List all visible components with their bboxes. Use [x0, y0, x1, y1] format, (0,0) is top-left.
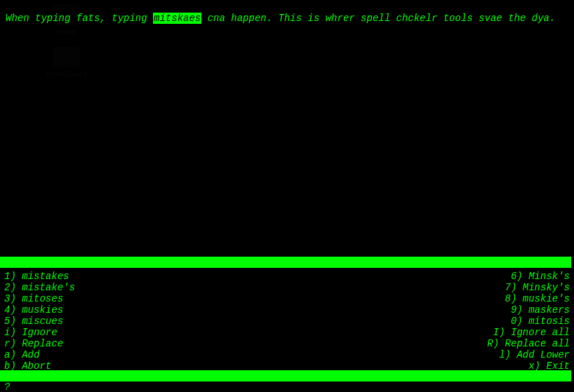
suggestion-option[interactable]: 6) Minsk's — [511, 271, 570, 282]
command-option-replace-all[interactable]: R) Replace all — [487, 338, 570, 349]
desktop-icon-label: Home — [42, 28, 91, 36]
text-pre: When typing fats, typing — [6, 13, 153, 24]
suggestion-option[interactable]: 3) mitoses — [4, 293, 63, 304]
suggestion-option[interactable]: 8) muskie's — [505, 293, 570, 304]
suggestion-option[interactable]: 9) maskers — [511, 304, 570, 316]
desktop-icon-label: Downloads — [42, 70, 91, 79]
options-panel: 1) mistakes 6) Minsk's 2) mistake's 7) M… — [4, 271, 570, 372]
command-option-ignore-all[interactable]: I) Ignore all — [493, 327, 570, 338]
suggestion-option[interactable]: 1) mistakes — [4, 271, 69, 282]
spellcheck-text-line: When typing fats, typing mitskaes cna ha… — [6, 13, 555, 24]
separator-bar — [0, 257, 571, 268]
separator-bar — [0, 370, 571, 381]
suggestion-option[interactable]: 0) mitosis — [511, 316, 570, 327]
suggestion-option[interactable]: 7) Minsky's — [505, 282, 570, 293]
command-option-replace[interactable]: r) Replace — [4, 338, 63, 349]
command-option-add[interactable]: a) Add — [4, 349, 39, 360]
folder-icon — [53, 46, 80, 67]
input-prompt[interactable]: ? — [4, 381, 10, 392]
command-option-add-lower[interactable]: l) Add Lower — [499, 349, 570, 360]
suggestion-option[interactable]: 4) muskies — [4, 304, 63, 316]
misspelled-word: mitskaes — [153, 13, 201, 24]
desktop-icon-downloads: Downloads — [42, 46, 91, 79]
suggestion-option[interactable]: 2) mistake's — [4, 282, 75, 293]
suggestion-option[interactable]: 5) miscues — [4, 316, 63, 327]
text-post: cna happen. This is whrer spell chckelr … — [201, 13, 555, 24]
command-option-ignore[interactable]: i) Ignore — [4, 327, 58, 338]
